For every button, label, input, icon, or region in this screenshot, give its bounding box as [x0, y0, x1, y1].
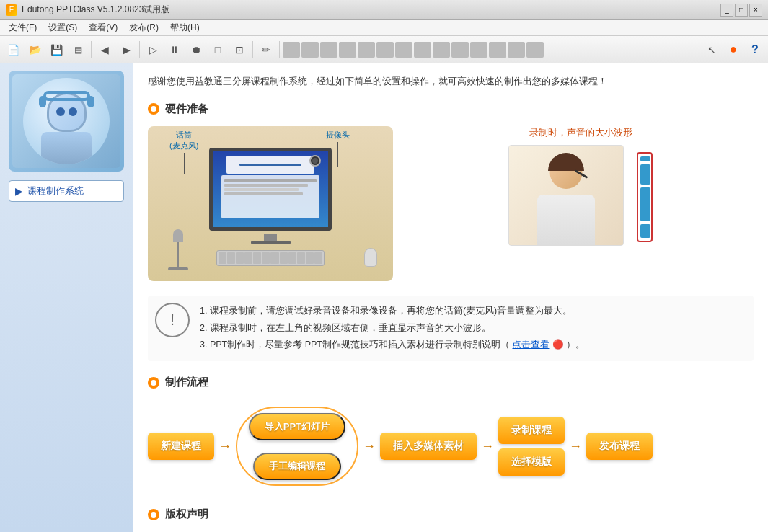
menu-settings[interactable]: 设置(S)	[43, 20, 83, 35]
tb-g2[interactable]	[301, 42, 319, 58]
record-template-group: 录制课程 选择模版	[498, 417, 565, 476]
copyright-section: 版权声明 本软件技术支持与服务请联系荣恩科技，客服热线：400-888-3021…	[148, 507, 754, 532]
btn-insert-media[interactable]: 插入多媒体素材	[380, 433, 477, 460]
workflow-flow: 新建课程 → 导入PPT幻灯片 手工编辑课程 → 插入多媒体素材 → 录制课程 …	[148, 399, 754, 493]
content-area: 感谢您使用益教通三分屏课程制作系统，经过如下简单的设置和操作，就可高效快速的制作…	[133, 63, 768, 532]
toolbar-edit[interactable]: ✏	[256, 40, 276, 60]
mouse-device	[364, 248, 377, 267]
tb-g11[interactable]	[470, 42, 487, 58]
workflow-section: 制作流程 新建课程 → 导入PPT幻灯片 手工编辑课程 → 插入多媒体素材 →	[148, 376, 754, 493]
sidebar-logo	[9, 71, 124, 172]
toolbar-square[interactable]: □	[208, 40, 228, 60]
course-system-icon: ▶	[15, 185, 23, 197]
menu-publish[interactable]: 发布(R)	[123, 20, 164, 35]
tb-g10[interactable]	[451, 42, 469, 58]
section-dot-workflow	[148, 377, 159, 389]
sidebar-item-label: 课程制作系统	[27, 185, 84, 198]
toolbar-6[interactable]: ⊡	[229, 40, 250, 60]
sep3	[252, 41, 253, 58]
hardware-section-title: 硬件准备	[148, 102, 754, 116]
toolbar-back[interactable]: ◀	[94, 40, 115, 60]
close-button[interactable]: ×	[749, 4, 762, 17]
notes-section: ! 1. 课程录制前，请您调试好录音设备和录像设备，再将您的话筒(麦克风)音量调…	[148, 296, 754, 361]
toolbar-help-btn[interactable]: ?	[745, 40, 765, 60]
sidebar-item-course-system[interactable]: ▶ 课程制作系统	[9, 180, 124, 202]
arrow1: →	[219, 439, 231, 454]
warning-icon: !	[155, 303, 190, 337]
menu-view[interactable]: 查看(V)	[83, 20, 123, 35]
copyright-title: 版权声明	[148, 507, 754, 521]
title-bar-text: Edutong PPTClass V5.1.2.0823试用版	[22, 4, 169, 16]
tb-g14[interactable]	[526, 42, 544, 58]
tb-g13[interactable]	[508, 42, 525, 58]
sep5	[547, 41, 547, 58]
menu-bar: 文件(F) 设置(S) 查看(V) 发布(R) 帮助(H)	[0, 20, 768, 36]
toolbar: 📄 📂 💾 ▤ ◀ ▶ ▷ ⏸ ⏺ □ ⊡ ✏ ↖ ● ?	[0, 36, 768, 63]
btn-manual-edit[interactable]: 手工编辑课程	[253, 453, 341, 480]
toolbar-forward[interactable]: ▶	[116, 40, 136, 60]
section-dot-hardware	[148, 103, 159, 115]
welcome-text: 感谢您使用益教通三分屏课程制作系统，经过如下简单的设置和操作，就可高效快速的制作…	[148, 74, 754, 89]
notes-link[interactable]: 点击查看	[512, 340, 549, 350]
tb-g7[interactable]	[395, 42, 412, 58]
main-layout: ▶ 课程制作系统 感谢您使用益教通三分屏课程制作系统，经过如下简单的设置和操作，…	[0, 63, 768, 532]
tb-g9[interactable]	[433, 42, 450, 58]
notes-content: 1. 课程录制前，请您调试好录音设备和录像设备，再将您的话筒(麦克风)音量调整为…	[200, 303, 585, 354]
btn-import-ppt[interactable]: 导入PPT幻灯片	[249, 413, 345, 440]
tb-g6[interactable]	[376, 42, 394, 58]
maximize-button[interactable]: □	[735, 4, 748, 17]
tb-g1[interactable]	[283, 42, 300, 58]
arrow2: →	[363, 439, 376, 454]
webcam-device-icon	[309, 155, 321, 167]
sidebar: ▶ 课程制作系统	[0, 63, 133, 532]
wave-title: 录制时，声音的大小波形	[529, 126, 632, 139]
tb-g4[interactable]	[339, 42, 356, 58]
btn-record[interactable]: 录制课程	[498, 417, 565, 444]
minimize-button[interactable]: _	[720, 4, 733, 17]
wave-image-area	[508, 145, 653, 249]
workflow-title: 制作流程	[148, 376, 754, 389]
microphone-device	[168, 229, 188, 270]
toolbar-pause[interactable]: ⏸	[164, 40, 185, 60]
btn-select-template[interactable]: 选择模版	[498, 448, 565, 476]
hardware-right: 录制时，声音的大小波形	[407, 126, 754, 281]
arrow3: →	[481, 439, 494, 454]
note1: 1. 课程录制前，请您调试好录音设备和录像设备，再将您的话筒(麦克风)音量调整为…	[200, 303, 585, 320]
wave-bars	[637, 152, 653, 242]
hardware-left: 话筒 (麦克风) 摄像头	[148, 126, 393, 281]
toolbar-play[interactable]: ▷	[143, 40, 163, 60]
toolbar-4[interactable]: ▤	[68, 40, 88, 60]
oval-group: 导入PPT幻灯片 手工编辑课程	[236, 407, 358, 486]
sep1	[91, 41, 92, 58]
btn-new-course[interactable]: 新建课程	[148, 433, 214, 460]
mic-label: 话筒 (麦克风)	[169, 130, 198, 176]
toolbar-record[interactable]: ●	[723, 40, 743, 60]
btn-publish[interactable]: 发布课程	[586, 433, 653, 460]
section-dot-copyright	[148, 509, 159, 520]
tb-g8[interactable]	[414, 42, 431, 58]
toolbar-cursor[interactable]: ↖	[702, 40, 722, 60]
tb-g3[interactable]	[320, 42, 337, 58]
menu-file[interactable]: 文件(F)	[3, 20, 43, 35]
toolbar-stop[interactable]: ⏺	[186, 40, 206, 60]
sep4	[279, 41, 280, 58]
sep2	[139, 41, 140, 58]
toolbar-open[interactable]: 📂	[25, 40, 45, 60]
note3: 3. PPT制作时，尽量参考 PPT制作规范技巧和插入素材进行录制特别说明（ 点…	[200, 337, 585, 354]
title-bar: E Edutong PPTClass V5.1.2.0823试用版 _ □ ×	[0, 0, 768, 20]
tb-g5[interactable]	[358, 42, 375, 58]
arrow4: →	[569, 439, 582, 454]
toolbar-save[interactable]: 💾	[46, 40, 66, 60]
app-icon: E	[6, 4, 17, 16]
menu-help[interactable]: 帮助(H)	[164, 20, 206, 35]
keyboard	[216, 250, 325, 266]
hardware-illustration-area: 话筒 (麦克风) 摄像头	[148, 126, 754, 281]
note2: 2. 课程录制时，在左上角的视频区域右侧，垂直显示声音的大小波形。	[200, 320, 585, 337]
toolbar-new[interactable]: 📄	[3, 40, 23, 60]
tb-g12[interactable]	[489, 42, 506, 58]
